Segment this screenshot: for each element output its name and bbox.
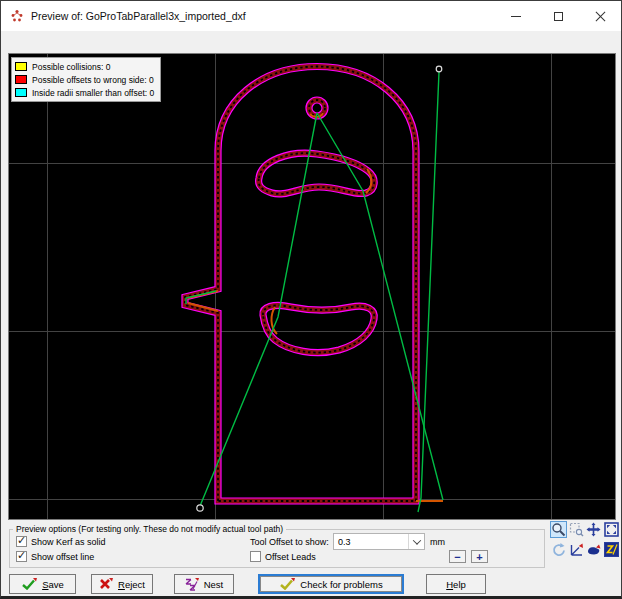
- zoom-window-icon: [569, 522, 584, 537]
- pan-arrows-icon: [586, 522, 601, 537]
- close-icon: [595, 11, 606, 22]
- check-for-problems-button[interactable]: Check for problems: [258, 574, 404, 594]
- grid-lines: [9, 54, 615, 519]
- offset-decrease-button[interactable]: −: [449, 550, 466, 563]
- group-label: Preview options (For testing only. These…: [13, 524, 286, 534]
- path-markers: [197, 66, 442, 511]
- preview-canvas[interactable]: [9, 54, 615, 519]
- fit-view-icon: [604, 522, 619, 537]
- axes-icon: [569, 542, 584, 557]
- combobox-dropdown-button[interactable]: [408, 534, 424, 549]
- tool-offset-label: Tool Offset to show:: [250, 537, 329, 547]
- nest-button[interactable]: Nest: [174, 574, 234, 594]
- collision-swatch-icon: [15, 62, 27, 71]
- preview-options-group: Preview options (For testing only. These…: [9, 529, 545, 568]
- chevron-down-icon: [412, 536, 420, 544]
- show-kerf-check-icon: [16, 536, 27, 547]
- tool-offset-combobox[interactable]: 0.3: [333, 533, 425, 550]
- legend-item-wrong-side: Possible offsets to wrong side: 0: [15, 73, 157, 86]
- zoom-tool-button[interactable]: [550, 521, 567, 538]
- zoom-window-button[interactable]: [568, 521, 585, 538]
- fit-to-window-button[interactable]: [603, 521, 620, 538]
- tool-offset-value: 0.3: [334, 537, 408, 547]
- maximize-icon: [554, 12, 563, 21]
- app-icon: [9, 8, 25, 24]
- save-check-icon: [21, 578, 37, 590]
- close-button[interactable]: [579, 1, 621, 31]
- show-offset-check-icon: [16, 551, 27, 562]
- z-depth-icon: [604, 542, 619, 557]
- check-problems-icon: [279, 578, 295, 590]
- offset-increase-button[interactable]: +: [471, 550, 488, 563]
- show-kerf-checkbox[interactable]: Show Kerf as solid: [16, 536, 106, 547]
- minimize-button[interactable]: [495, 1, 537, 31]
- maximize-button[interactable]: [537, 1, 579, 31]
- offset-leads-check-icon: [250, 551, 261, 562]
- end-point-marker: [197, 505, 203, 511]
- rapid-moves: [186, 72, 443, 512]
- unit-label: mm: [430, 537, 445, 547]
- small-radii-swatch-icon: [15, 88, 27, 97]
- offset-leads-checkbox[interactable]: Offset Leads: [250, 551, 316, 562]
- nest-sort-icon: [185, 578, 199, 591]
- z-depth-button[interactable]: [603, 541, 620, 558]
- start-point-marker: [436, 66, 442, 72]
- legend-item-small-radii: Inside radii smaller than offset: 0: [15, 86, 157, 99]
- legend-item-collisions: Possible collisions: 0: [15, 60, 157, 73]
- view-toolbar: [550, 521, 620, 558]
- machine-view-button[interactable]: [585, 541, 602, 558]
- save-button[interactable]: Save: [9, 574, 76, 594]
- show-offset-checkbox[interactable]: Show offset line: [16, 551, 94, 562]
- preview-window: Preview of: GoProTabParallel3x_imported_…: [0, 0, 622, 599]
- pan-tool-button[interactable]: [585, 521, 602, 538]
- title-bar: Preview of: GoProTabParallel3x_imported_…: [1, 1, 621, 31]
- rotate-icon: [551, 542, 566, 557]
- help-button[interactable]: Help: [426, 574, 486, 594]
- wrong-side-swatch-icon: [15, 75, 27, 84]
- minimize-icon: [511, 16, 521, 17]
- reject-x-icon: [99, 578, 113, 590]
- part-toolpath: [185, 67, 416, 502]
- isometric-view-button[interactable]: [568, 541, 585, 558]
- machine-icon: [586, 542, 601, 557]
- rotate-view-button[interactable]: [550, 541, 567, 558]
- reject-button[interactable]: Reject: [91, 574, 153, 594]
- magnifier-icon: [551, 522, 566, 537]
- window-title: Preview of: GoProTabParallel3x_imported_…: [31, 10, 246, 22]
- legend: Possible collisions: 0 Possible offsets …: [11, 57, 161, 102]
